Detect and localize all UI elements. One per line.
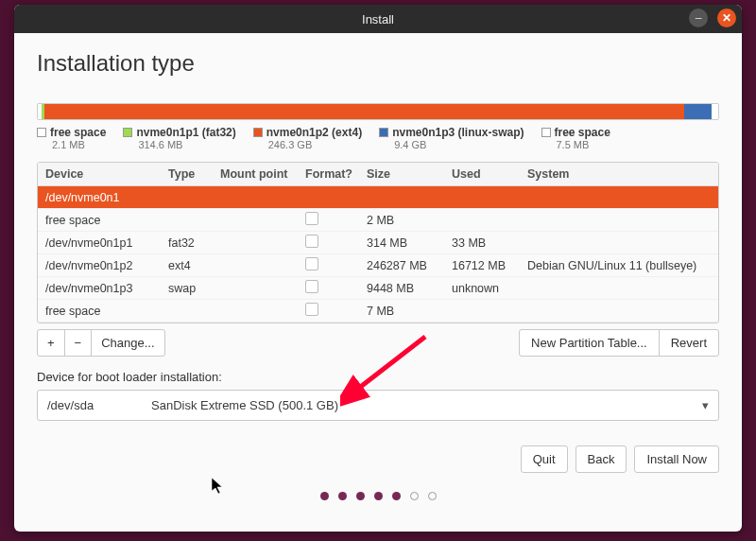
table-row[interactable]: /dev/nvme0n1p2ext4246287 MB16712 MBDebia… xyxy=(38,254,718,277)
install-now-button[interactable]: Install Now xyxy=(634,445,719,473)
cell-size: 7 MB xyxy=(367,305,452,318)
add-partition-button[interactable]: + xyxy=(37,329,65,357)
cell-size: 2 MB xyxy=(367,214,452,227)
format-checkbox[interactable] xyxy=(305,257,318,270)
legend-label: free space xyxy=(555,126,610,139)
cell-size: 314 MB xyxy=(367,236,452,250)
legend-item: nvme0n1p3 (linux-swap)9.4 GB xyxy=(379,126,524,150)
cell-format xyxy=(305,303,367,319)
legend-size: 7.5 MB xyxy=(557,139,610,150)
minimize-button[interactable]: – xyxy=(689,9,708,27)
legend-swatch xyxy=(379,128,388,137)
pager-dot[interactable] xyxy=(374,492,383,500)
pager-dot[interactable] xyxy=(392,492,401,500)
change-partition-button[interactable]: Change... xyxy=(91,329,164,357)
installer-window: Install – ✕ Installation type free space… xyxy=(14,5,742,532)
cell-format xyxy=(305,280,367,296)
pager-dot[interactable] xyxy=(428,492,437,500)
remove-partition-button[interactable]: − xyxy=(64,329,93,357)
col-mount: Mount point xyxy=(220,167,305,181)
cell-device: free space xyxy=(45,305,168,318)
table-row[interactable]: /dev/nvme0n1p1fat32314 MB33 MB xyxy=(38,232,718,254)
table-button-group: New Partition Table... Revert xyxy=(519,329,719,357)
cell-used: unknown xyxy=(452,282,527,295)
col-type: Type xyxy=(168,167,220,181)
legend-size: 9.4 GB xyxy=(394,139,524,150)
close-button[interactable]: ✕ xyxy=(717,9,736,27)
legend-item: free space7.5 MB xyxy=(541,126,610,150)
legend-swatch xyxy=(253,128,263,137)
cell-type: fat32 xyxy=(168,236,220,250)
legend-item: free space2.1 MB xyxy=(37,126,106,150)
window-controls: – ✕ xyxy=(689,9,736,27)
partition-legend: free space2.1 MBnvme0n1p1 (fat32)314.6 M… xyxy=(37,126,719,150)
bootloader-device-desc: SanDisk Extreme SSD (500.1 GB) xyxy=(151,398,338,412)
cell-used: 16712 MB xyxy=(452,259,527,272)
legend-size: 246.3 GB xyxy=(268,139,362,150)
window-title: Install xyxy=(362,12,394,26)
partition-segment xyxy=(712,104,718,119)
cell-type: swap xyxy=(168,282,220,295)
pager-dot[interactable] xyxy=(356,492,365,500)
new-partition-table-button[interactable]: New Partition Table... xyxy=(519,329,660,357)
cell-format xyxy=(305,235,367,251)
cell-type: ext4 xyxy=(168,259,220,272)
col-system: System xyxy=(527,167,711,181)
cell-device: /dev/nvme0n1p1 xyxy=(45,236,168,250)
partition-segment xyxy=(44,104,684,119)
table-body: /dev/nvme0n1 free space2 MB /dev/nvme0n1… xyxy=(38,186,718,323)
pager-dot[interactable] xyxy=(410,492,419,500)
legend-item: nvme0n1p1 (fat32)314.6 MB xyxy=(123,126,235,150)
legend-size: 2.1 MB xyxy=(52,139,106,150)
table-row[interactable]: /dev/nvme0n1p3swap9448 MBunknown xyxy=(38,277,718,300)
legend-label: nvme0n1p3 (linux-swap) xyxy=(392,126,524,139)
cell-format xyxy=(305,212,367,228)
format-checkbox[interactable] xyxy=(305,235,318,248)
pager-dot[interactable] xyxy=(338,492,347,500)
table-header: Device Type Mount point Format? Size Use… xyxy=(38,163,718,186)
format-checkbox[interactable] xyxy=(305,280,318,293)
format-checkbox[interactable] xyxy=(305,212,318,225)
edit-button-group: + − Change... xyxy=(37,329,165,357)
legend-label: free space xyxy=(50,126,106,139)
col-used: Used xyxy=(452,167,527,181)
back-button[interactable]: Back xyxy=(576,445,627,473)
revert-button[interactable]: Revert xyxy=(659,329,719,357)
col-device: Device xyxy=(45,167,168,181)
legend-label: nvme0n1p1 (fat32) xyxy=(136,126,235,139)
cell-device: /dev/nvme0n1p3 xyxy=(45,282,168,295)
cell-format xyxy=(305,257,367,273)
cell-system: Debian GNU/Linux 11 (bullseye) xyxy=(527,259,711,272)
table-row[interactable]: free space7 MB xyxy=(38,300,718,323)
bootloader-label: Device for boot loader installation: xyxy=(37,370,719,384)
format-checkbox[interactable] xyxy=(305,303,318,316)
titlebar: Install – ✕ xyxy=(14,5,742,33)
partition-segment xyxy=(684,104,712,119)
cell-used: 33 MB xyxy=(452,236,527,250)
col-size: Size xyxy=(367,167,452,181)
legend-item: nvme0n1p2 (ext4)246.3 GB xyxy=(253,126,362,150)
step-pager xyxy=(37,492,719,500)
table-row[interactable]: /dev/nvme0n1 xyxy=(38,186,718,209)
legend-label: nvme0n1p2 (ext4) xyxy=(266,126,362,139)
page-heading: Installation type xyxy=(37,50,719,77)
legend-swatch xyxy=(541,128,551,137)
content-area: Installation type free space2.1 MBnvme0n… xyxy=(14,33,742,532)
quit-button[interactable]: Quit xyxy=(521,445,568,473)
pager-dot[interactable] xyxy=(320,492,329,500)
partition-toolbar: + − Change... New Partition Table... Rev… xyxy=(37,329,719,357)
legend-swatch xyxy=(123,128,132,137)
cell-size: 246287 MB xyxy=(367,259,452,272)
cell-device: /dev/nvme0n1 xyxy=(45,191,168,204)
chevron-down-icon: ▾ xyxy=(702,398,709,412)
cell-size: 9448 MB xyxy=(367,282,452,295)
cell-device: free space xyxy=(45,214,168,227)
cell-device: /dev/nvme0n1p2 xyxy=(45,259,168,272)
bootloader-device-select[interactable]: /dev/sda SanDisk Extreme SSD (500.1 GB) … xyxy=(37,390,719,421)
bootloader-device-path: /dev/sda xyxy=(47,398,151,412)
table-row[interactable]: free space2 MB xyxy=(38,209,718,232)
legend-size: 314.6 MB xyxy=(138,139,235,150)
legend-swatch xyxy=(37,128,46,137)
partition-table: Device Type Mount point Format? Size Use… xyxy=(37,162,719,323)
wizard-footer: Quit Back Install Now xyxy=(37,445,719,473)
